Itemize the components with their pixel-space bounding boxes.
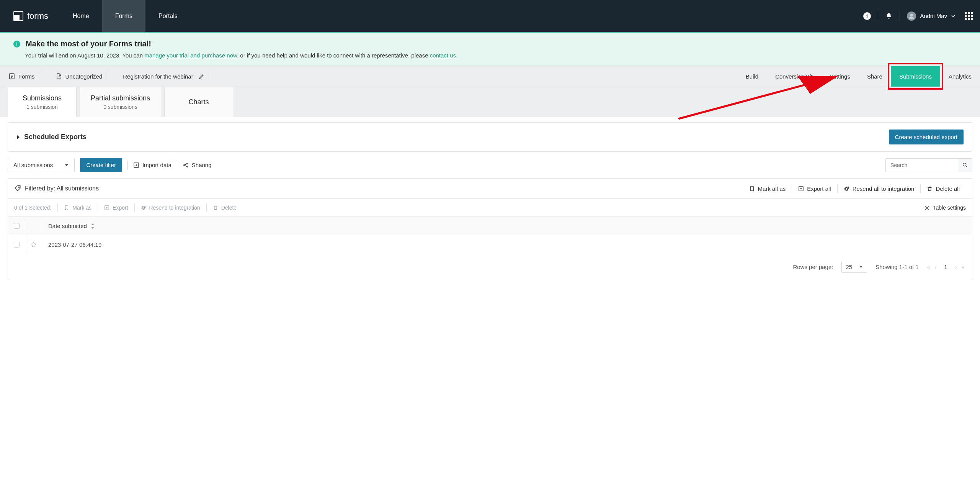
crumb-form[interactable]: Registration for the webinar bbox=[111, 66, 213, 87]
forms-icon bbox=[8, 73, 15, 80]
crumb-folder[interactable]: ? Uncategorized bbox=[43, 66, 111, 87]
avatar bbox=[907, 11, 916, 21]
create-scheduled-export-button[interactable]: Create scheduled export bbox=[889, 130, 964, 144]
caret-right-icon bbox=[16, 135, 20, 139]
delete-all-button[interactable]: Delete all bbox=[920, 184, 966, 193]
chevron-down-icon bbox=[951, 14, 956, 18]
subtab-submissions[interactable]: Submissions 1 submission bbox=[8, 87, 77, 117]
banner-title: Make the most of your Forms trial! bbox=[26, 39, 151, 48]
mark-all-button[interactable]: Mark all as bbox=[743, 184, 792, 193]
mark-as-button[interactable]: Mark as bbox=[57, 203, 98, 212]
table-row[interactable]: 2023-07-27 06:44:19 bbox=[8, 235, 972, 254]
page-last[interactable]: » bbox=[961, 264, 964, 270]
nav-tabs: Home Forms Portals bbox=[60, 0, 191, 32]
trial-banner: i Make the most of your Forms trial! You… bbox=[0, 33, 980, 66]
select-all-checkbox[interactable] bbox=[14, 223, 20, 229]
import-data-button[interactable]: Import data bbox=[133, 162, 172, 168]
create-filter-button[interactable]: Create filter bbox=[80, 158, 122, 172]
pagination: Rows per page: 25 Showing 1-1 of 1 « ‹ 1… bbox=[8, 254, 972, 280]
filter-label: Filtered by: All submissions bbox=[14, 185, 99, 192]
formnav-settings[interactable]: Settings bbox=[821, 66, 859, 87]
user-menu[interactable]: Andrii Mav bbox=[907, 11, 956, 21]
svg-point-2 bbox=[910, 14, 913, 16]
bookmark-icon bbox=[64, 205, 69, 210]
page-first[interactable]: « bbox=[927, 264, 930, 270]
trash-icon bbox=[927, 186, 933, 192]
resend-button[interactable]: Resend to integration bbox=[134, 203, 206, 212]
toolbar: All submissions Create filter Import dat… bbox=[8, 158, 972, 172]
contact-us-link[interactable]: contact us. bbox=[430, 52, 458, 59]
manage-trial-link[interactable]: manage your trial and purchase now bbox=[144, 52, 237, 59]
folder-icon: ? bbox=[56, 73, 62, 80]
crumb-forms[interactable]: Forms bbox=[0, 66, 43, 87]
page-prev[interactable]: ‹ bbox=[935, 264, 937, 270]
svg-text:?: ? bbox=[58, 75, 60, 79]
search-button[interactable] bbox=[958, 158, 972, 172]
export-all-button[interactable]: Export all bbox=[792, 184, 837, 193]
banner-text: Your trial will end on August 10, 2023. … bbox=[25, 52, 967, 59]
user-name: Andrii Mav bbox=[920, 13, 947, 19]
col-date-submitted[interactable]: Date submitted bbox=[42, 217, 972, 235]
caret-down-icon bbox=[64, 163, 69, 167]
star-button[interactable] bbox=[25, 235, 42, 254]
nav-forms[interactable]: Forms bbox=[102, 0, 145, 32]
data-table: Filtered by: All submissions Mark all as… bbox=[8, 178, 972, 280]
row-checkbox[interactable] bbox=[14, 242, 20, 248]
bell-icon[interactable] bbox=[885, 12, 893, 20]
svg-point-13 bbox=[19, 187, 20, 187]
search-icon bbox=[962, 162, 968, 168]
formnav-analytics[interactable]: Analytics bbox=[940, 66, 980, 87]
svg-point-9 bbox=[183, 164, 185, 166]
formnav-build[interactable]: Build bbox=[737, 66, 767, 87]
formnav-conversion[interactable]: Conversion Kit bbox=[767, 66, 821, 87]
svg-point-11 bbox=[186, 166, 188, 167]
caret-down-icon bbox=[859, 265, 863, 269]
brand[interactable]: forms bbox=[0, 11, 60, 21]
scheduled-exports-panel: Scheduled Exports Create scheduled expor… bbox=[8, 122, 972, 152]
column-header: Date submitted bbox=[8, 217, 972, 235]
formnav-share[interactable]: Share bbox=[859, 66, 891, 87]
rows-per-page-select[interactable]: 25 bbox=[841, 261, 867, 273]
export-button[interactable]: Export bbox=[98, 203, 134, 212]
page-next[interactable]: › bbox=[955, 264, 957, 270]
sharing-button[interactable]: Sharing bbox=[183, 162, 212, 168]
info-icon[interactable]: i bbox=[863, 12, 871, 20]
pencil-icon[interactable] bbox=[199, 73, 205, 79]
filter-select[interactable]: All submissions bbox=[8, 158, 75, 172]
import-icon bbox=[133, 162, 139, 168]
bookmark-icon bbox=[749, 186, 755, 192]
resend-all-button[interactable]: Resend all to integration bbox=[837, 184, 921, 193]
tag-icon bbox=[14, 185, 21, 192]
svg-text:i: i bbox=[866, 13, 868, 19]
svg-point-12 bbox=[963, 163, 966, 166]
subtab-partial[interactable]: Partial submissions 0 submissions bbox=[80, 87, 161, 117]
refresh-icon bbox=[141, 205, 146, 210]
subtabs-area: Submissions 1 submission Partial submiss… bbox=[0, 87, 980, 117]
subtab-charts[interactable]: Charts bbox=[164, 87, 233, 117]
brand-icon bbox=[13, 11, 23, 21]
nav-home[interactable]: Home bbox=[60, 0, 102, 32]
nav-portals[interactable]: Portals bbox=[145, 0, 191, 32]
sort-icon bbox=[91, 223, 95, 229]
export-icon bbox=[104, 205, 109, 210]
top-navigation: forms Home Forms Portals i Andrii Mav bbox=[0, 0, 980, 32]
refresh-icon bbox=[844, 186, 849, 192]
svg-point-16 bbox=[926, 207, 928, 208]
search-input[interactable] bbox=[885, 158, 958, 172]
trash-icon bbox=[213, 205, 218, 210]
star-icon bbox=[31, 241, 37, 248]
delete-button[interactable]: Delete bbox=[206, 203, 243, 212]
formnav-submissions[interactable]: Submissions bbox=[891, 66, 940, 87]
selection-count: 0 of 1 Selected: bbox=[14, 205, 51, 211]
apps-icon[interactable] bbox=[965, 12, 972, 20]
gear-icon bbox=[924, 205, 930, 211]
table-settings-button[interactable]: Table settings bbox=[924, 205, 966, 211]
export-icon bbox=[798, 186, 804, 192]
brand-text: forms bbox=[27, 11, 48, 21]
share-icon bbox=[183, 162, 189, 168]
svg-point-10 bbox=[186, 163, 188, 164]
scheduled-exports-toggle[interactable]: Scheduled Exports bbox=[16, 133, 87, 141]
breadcrumb-bar: Forms ? Uncategorized Registration for t… bbox=[0, 66, 980, 87]
banner-info-icon: i bbox=[13, 41, 20, 48]
